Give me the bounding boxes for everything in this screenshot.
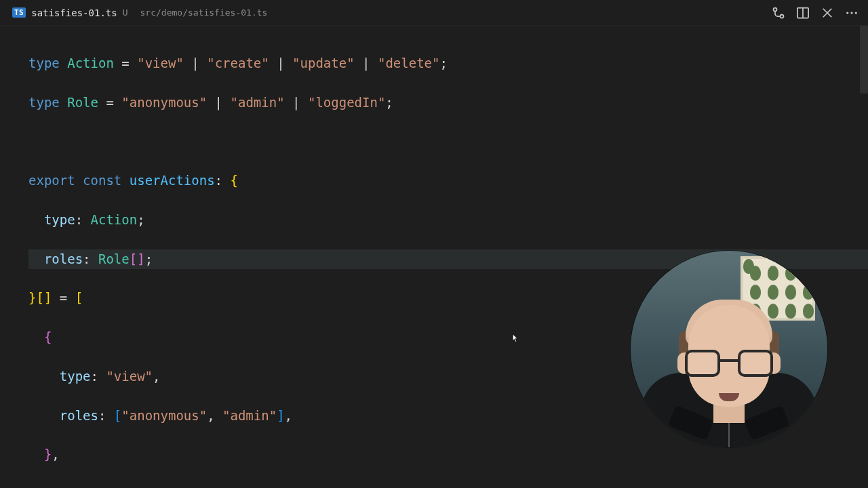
split-editor-icon[interactable] (796, 6, 810, 20)
breadcrumb[interactable]: src/demo/satisfies-01.ts (135, 7, 268, 18)
tab-git-status: U (123, 7, 128, 18)
tab-filename: satisfies-01.ts (31, 7, 117, 18)
svg-point-7 (850, 12, 852, 14)
compare-changes-icon[interactable] (772, 6, 785, 20)
webcam-overlay (631, 251, 827, 447)
svg-point-1 (781, 14, 784, 18)
editor-tab[interactable]: TS satisfies-01.ts U (5, 0, 135, 25)
more-actions-icon[interactable] (845, 6, 859, 20)
tab-bar: TS satisfies-01.ts U src/demo/satisfies-… (0, 0, 868, 26)
svg-point-8 (855, 12, 857, 14)
svg-point-6 (846, 12, 848, 14)
scrollbar-vertical[interactable] (860, 26, 868, 94)
typescript-icon: TS (12, 7, 26, 18)
tab-actions (772, 6, 863, 20)
close-icon[interactable] (821, 6, 834, 20)
svg-point-0 (774, 7, 777, 11)
